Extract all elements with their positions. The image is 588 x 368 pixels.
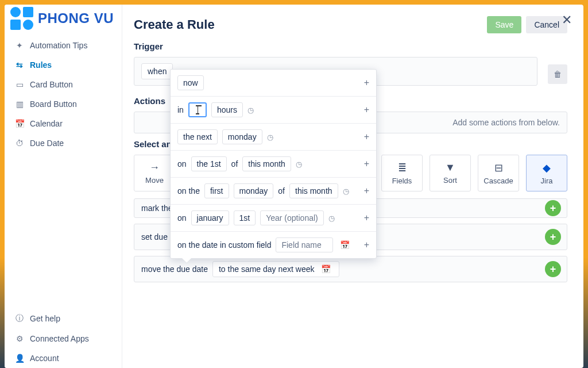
move-due-value[interactable]: to the same day next week 📅: [212, 261, 339, 277]
tile-label: Cascade: [483, 177, 513, 185]
field-name-input[interactable]: Field name: [276, 237, 333, 252]
brand-logo: PHONG VU: [10, 6, 117, 31]
sidebar-item-account[interactable]: 👤 Account: [5, 348, 122, 368]
plus-icon[interactable]: +: [364, 78, 369, 88]
clock-icon: ◷: [247, 106, 254, 114]
sidebar-item-card-button[interactable]: ▭ Card Button: [5, 75, 122, 94]
calendar-icon: 📅: [319, 264, 333, 274]
calendar-icon: 📅: [338, 240, 352, 250]
sidebar-item-label: Automation Tips: [30, 41, 87, 50]
sidebar-item-label: Connected Apps: [30, 334, 89, 343]
token-weekday[interactable]: monday: [222, 129, 262, 144]
sparkle-icon: ✦: [15, 41, 24, 50]
tile-label: Move: [145, 176, 164, 185]
delete-trigger-button[interactable]: 🗑: [548, 64, 567, 84]
tile-label: Jira: [541, 177, 553, 185]
clock-icon: ◷: [267, 133, 273, 141]
token-day[interactable]: the 1st: [191, 156, 227, 171]
sidebar-item-rules[interactable]: ⇆ Rules: [5, 55, 122, 75]
sliders-icon: ⇆: [15, 60, 24, 70]
tile-sort[interactable]: ▼ Sort: [430, 155, 471, 191]
sidebar-item-due-date[interactable]: ⏱ Due Date: [5, 133, 122, 153]
add-action-button[interactable]: +: [545, 200, 561, 216]
sidebar-item-label: Calendar: [30, 119, 63, 128]
sidebar: ✦ Automation Tips ⇆ Rules ▭ Card Button …: [5, 5, 122, 368]
sidebar-item-label: Card Button: [30, 80, 73, 89]
clock-icon: ◷: [328, 214, 335, 223]
section-trigger-label: Trigger: [134, 41, 567, 51]
actions-placeholder: Add some actions from below.: [452, 118, 560, 127]
calendar-icon: 📅: [15, 119, 24, 128]
token-ordinal[interactable]: first: [204, 183, 229, 198]
arrow-right-icon: →: [149, 162, 160, 174]
token-month[interactable]: this month: [289, 183, 338, 198]
token-the-next[interactable]: the next: [177, 129, 218, 144]
year-input[interactable]: Year (optional): [260, 210, 324, 225]
tile-jira[interactable]: ◆ Jira: [526, 155, 567, 191]
add-action-button[interactable]: +: [545, 229, 561, 245]
tile-label: Sort: [443, 176, 457, 185]
clock-icon: ◷: [296, 160, 302, 168]
info-icon: ⓘ: [15, 313, 24, 324]
plus-icon[interactable]: +: [364, 186, 369, 196]
tile-fields[interactable]: ≣ Fields: [381, 155, 423, 191]
plus-icon[interactable]: +: [364, 105, 369, 115]
card-text: mark the: [141, 204, 172, 213]
user-icon: 👤: [15, 354, 24, 363]
popover-row-in-hours[interactable]: in hours ◷ +: [171, 97, 376, 124]
token-weekday[interactable]: monday: [234, 183, 274, 198]
popover-row-now[interactable]: now +: [171, 70, 376, 97]
page-title: Create a Rule: [134, 17, 215, 32]
cascade-icon: ⊟: [494, 162, 503, 174]
sidebar-item-label: Rules: [30, 60, 52, 70]
jira-icon: ◆: [543, 162, 551, 174]
sidebar-item-automation-tips[interactable]: ✦ Automation Tips: [5, 36, 122, 55]
sort-icon: ▼: [445, 162, 455, 174]
sidebar-item-get-help[interactable]: ⓘ Get help: [5, 308, 122, 329]
plus-icon[interactable]: +: [364, 213, 369, 223]
sidebar-item-label: Get help: [30, 314, 60, 323]
clock-icon: ⏱: [15, 139, 24, 148]
tile-move[interactable]: → Move: [134, 155, 175, 191]
popover-row-specific-date[interactable]: on january 1st Year (optional) ◷ +: [171, 205, 376, 232]
popover-row-next-weekday[interactable]: the next monday ◷ +: [171, 124, 376, 151]
when-chip[interactable]: when: [141, 63, 173, 79]
token-month[interactable]: january: [191, 210, 229, 225]
close-icon[interactable]: ✕: [562, 13, 572, 28]
token-day[interactable]: 1st: [234, 210, 256, 225]
trash-icon: 🗑: [554, 70, 562, 79]
sidebar-item-calendar[interactable]: 📅 Calendar: [5, 114, 122, 133]
hours-input[interactable]: [188, 102, 207, 117]
popover-row-nth-weekday-of-month[interactable]: on the first monday of this month ◷ +: [171, 178, 376, 205]
save-button[interactable]: Save: [487, 16, 521, 33]
tile-label: Fields: [392, 177, 412, 185]
card-text: move the due date: [141, 264, 208, 274]
token-month[interactable]: this month: [242, 156, 291, 171]
board-icon: ▥: [15, 99, 24, 109]
sidebar-item-label: Account: [30, 354, 59, 363]
plus-icon[interactable]: +: [364, 159, 369, 169]
popover-row-custom-field[interactable]: on the date in custom field Field name 📅…: [171, 232, 376, 258]
clock-icon: ◷: [343, 187, 349, 195]
add-action-button[interactable]: +: [545, 261, 561, 277]
plus-icon[interactable]: +: [364, 132, 369, 142]
token-unit[interactable]: hours: [211, 102, 243, 117]
sidebar-item-label: Due Date: [30, 139, 64, 148]
tile-cascade[interactable]: ⊟ Cascade: [478, 155, 519, 191]
sidebar-item-board-button[interactable]: ▥ Board Button: [5, 94, 122, 114]
gear-icon: ⚙: [15, 334, 24, 343]
card-icon: ▭: [15, 80, 24, 89]
sidebar-item-connected-apps[interactable]: ⚙ Connected Apps: [5, 329, 122, 348]
plus-icon[interactable]: +: [364, 240, 369, 250]
list-icon: ≣: [398, 162, 407, 174]
popover-row-nth-of-month[interactable]: on the 1st of this month ◷ +: [171, 151, 376, 178]
action-card-move-due: move the due date to the same day next w…: [134, 256, 567, 282]
date-picker-popover: now + in hours ◷ + the next monday ◷ + o…: [170, 69, 377, 259]
card-text: set due: [141, 232, 168, 241]
sidebar-item-label: Board Button: [30, 99, 77, 109]
token-now[interactable]: now: [177, 75, 204, 90]
